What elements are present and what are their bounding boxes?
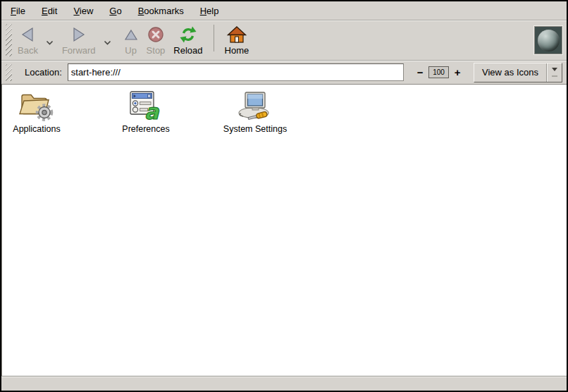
location-input[interactable]: [68, 63, 404, 81]
icon-item-preferences[interactable]: a Preferences: [113, 89, 178, 134]
location-label: Location:: [25, 67, 62, 78]
view-mode-dropdown[interactable]: View as Icons: [474, 63, 562, 82]
status-bar: [1, 376, 567, 391]
menu-go[interactable]: Go: [103, 4, 128, 18]
view-mode-label: View as Icons: [474, 63, 546, 82]
home-button-label: Home: [225, 45, 249, 56]
back-arrow-icon: [19, 25, 36, 44]
stop-button[interactable]: Stop: [142, 23, 170, 58]
location-bar: Location: − 100 + View as Icons: [1, 61, 567, 85]
home-button[interactable]: Home: [221, 23, 254, 58]
forward-arrow-icon: [70, 25, 87, 44]
toolbar-separator: [214, 25, 214, 51]
menu-bookmarks[interactable]: Bookmarks: [132, 4, 190, 18]
icon-label: System Settings: [223, 124, 287, 134]
back-button[interactable]: Back: [13, 23, 42, 58]
nautilus-window: File Edit View Go Bookmarks Help Back Fo…: [0, 0, 568, 392]
stop-button-label: Stop: [147, 45, 166, 56]
back-history-dropdown[interactable]: [42, 23, 58, 58]
menu-edit[interactable]: Edit: [35, 4, 63, 18]
zoom-out-button[interactable]: −: [414, 66, 426, 78]
svg-text:a: a: [144, 99, 160, 122]
throbber-sphere-icon: [538, 30, 560, 51]
icon-item-system-settings[interactable]: System Settings: [217, 89, 293, 134]
menu-file[interactable]: File: [4, 4, 32, 18]
forward-history-dropdown[interactable]: [100, 23, 116, 58]
preferences-dialog-icon: a: [128, 89, 163, 122]
forward-button[interactable]: Forward: [58, 23, 100, 58]
up-button-label: Up: [125, 45, 137, 56]
reload-icon: [179, 25, 197, 44]
zoom-in-button[interactable]: +: [451, 66, 464, 78]
menu-bar: File Edit View Go Bookmarks Help: [1, 1, 567, 20]
location-bar-drag-handle[interactable]: [6, 64, 12, 81]
back-button-label: Back: [18, 45, 38, 56]
toolbar: Back Forward Up: [1, 20, 567, 61]
icon-item-applications[interactable]: Applications: [4, 89, 69, 134]
dropdown-arrow-icon: [546, 63, 562, 82]
forward-button-label: Forward: [62, 45, 96, 56]
menu-view[interactable]: View: [67, 4, 99, 18]
toolbar-drag-handle[interactable]: [6, 24, 12, 56]
up-button[interactable]: Up: [120, 23, 142, 58]
reload-button-label: Reload: [173, 45, 202, 56]
menu-help[interactable]: Help: [194, 4, 226, 18]
zoom-level-indicator[interactable]: 100: [428, 66, 449, 78]
system-settings-computer-icon: [236, 89, 274, 122]
throbber-button[interactable]: [534, 26, 562, 54]
up-arrow-icon: [124, 25, 138, 44]
applications-folder-gear-icon: [16, 89, 57, 122]
icon-view-pane[interactable]: Applications a Preferences: [1, 85, 567, 376]
stop-icon: [147, 25, 164, 44]
icon-label: Applications: [13, 124, 60, 134]
reload-button[interactable]: Reload: [169, 23, 206, 58]
icon-label: Preferences: [122, 124, 169, 134]
home-icon: [227, 25, 247, 44]
